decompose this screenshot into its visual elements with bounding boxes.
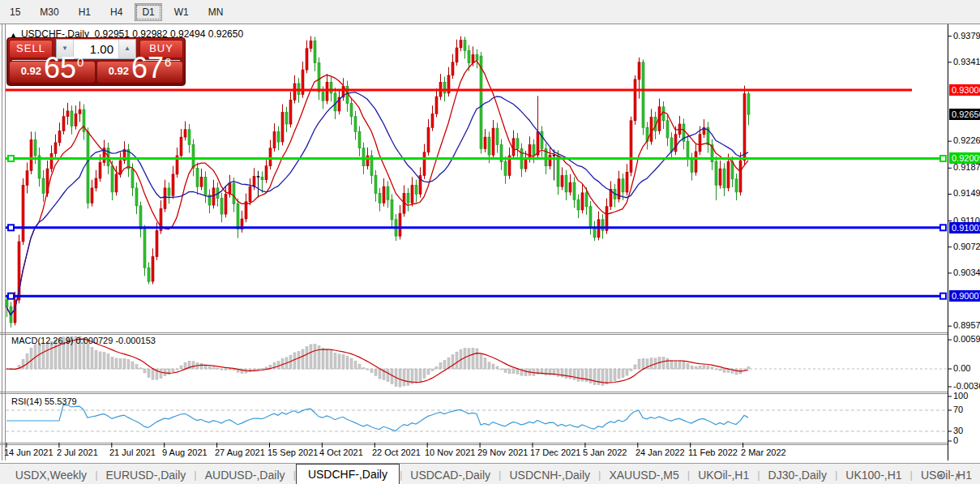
tab-scroll-left-icon[interactable]: ◄ xyxy=(936,471,955,479)
price-axis-label: 0.90340 xyxy=(953,268,980,277)
date-axis-label: 11 Feb 2022 xyxy=(688,448,738,457)
date-axis-label: 27 Aug 2021 xyxy=(215,448,265,457)
date-axis-label: 2 Jul 2021 xyxy=(57,448,98,457)
sell-price-big: 65 xyxy=(44,56,76,80)
symbol-tab-bar: USDX,Weekly|EURUSD-,Daily|AUDUSD-,Daily|… xyxy=(0,463,980,484)
date-axis-label: 24 Jan 2022 xyxy=(636,448,685,457)
timeframe-button-mn[interactable]: MN xyxy=(201,3,231,21)
price-axis-label: 0.91490 xyxy=(953,188,980,198)
tab-uk100-h1[interactable]: UK100-,H1 xyxy=(837,466,909,484)
tab-scroll-arrows: ◄► xyxy=(936,471,974,479)
rsi-panel xyxy=(6,405,947,431)
price-axis-label: 0.92260 xyxy=(953,135,980,145)
date-axis-label: 22 Oct 2021 xyxy=(372,448,421,457)
date-axis-label: 15 Sep 2021 xyxy=(267,448,318,457)
timeframe-button-m30[interactable]: M30 xyxy=(32,3,66,21)
timeframe-button-15[interactable]: 15 xyxy=(2,3,28,21)
timeframe-button-d1[interactable]: D1 xyxy=(135,3,161,21)
buy-price-display[interactable]: 0.92676 xyxy=(97,62,182,83)
sell-price-prefix: 0.92 xyxy=(21,65,41,77)
tab-audusd-daily[interactable]: AUDUSD-,Daily xyxy=(197,466,293,484)
buy-price-sup: 6 xyxy=(165,55,171,69)
date-axis-label: 2 Mar 2022 xyxy=(741,448,786,457)
trading-platform-window: 15M30H1H4D1W1MN ▲USDCHF-,Daily 0.92951 0… xyxy=(0,0,980,484)
sell-price-sup: 0 xyxy=(77,55,83,69)
price-axis-label: 0.93790 xyxy=(953,31,980,41)
tab-xauusd-m5[interactable]: XAUUSD-,M5 xyxy=(601,466,687,484)
timeframe-toolbar: 15M30H1H4D1W1MN xyxy=(0,0,980,24)
timeframe-button-w1[interactable]: W1 xyxy=(167,3,196,21)
rsi-axis-label: 30 xyxy=(953,426,963,435)
timeframe-button-h4[interactable]: H4 xyxy=(103,3,130,21)
price-badge: 0.90007 xyxy=(949,290,980,302)
tab-scroll-right-icon[interactable]: ► xyxy=(955,471,974,479)
date-axis-label: 4 Oct 2021 xyxy=(319,448,363,457)
tab-usdcnh-daily[interactable]: USDCNH-,Daily xyxy=(501,466,598,484)
date-axis-label: 29 Nov 2021 xyxy=(477,448,528,457)
macd-axis-label: 0.00 xyxy=(953,363,970,373)
tab-usdcad-daily[interactable]: USDCAD-,Daily xyxy=(402,466,499,484)
macd-axis-label: -0.00366 xyxy=(953,381,980,391)
rsi-axis-label: 100 xyxy=(953,391,968,400)
price-badge: 0.92650 xyxy=(949,109,980,120)
ma-slow-line xyxy=(6,92,748,315)
buy-price-big: 67 xyxy=(131,56,164,80)
buy-price-prefix: 0.92 xyxy=(109,65,129,77)
rsi-indicator-label: RSI(14) 55.5379 xyxy=(11,396,77,406)
price-badge: 0.93006 xyxy=(949,84,980,96)
date-axis-label: 9 Aug 2021 xyxy=(162,448,208,457)
sell-price-display[interactable]: 0.92650 xyxy=(10,62,95,83)
price-axis-label: 0.90720 xyxy=(953,242,980,251)
macd-axis-label: 0.005963 xyxy=(953,334,980,344)
price-axis-label: 0.89570 xyxy=(953,320,980,330)
timeframe-button-h1[interactable]: H1 xyxy=(71,3,98,21)
macd-indicator-label: MACD(12,26,9) 0.000729 -0.000153 xyxy=(11,336,156,345)
price-badge: 0.91002 xyxy=(949,222,980,233)
price-axis-label: 0.93410 xyxy=(953,57,980,66)
tab-ukoil-h1[interactable]: UKOil-,H1 xyxy=(690,466,757,484)
tab-eurusd-daily[interactable]: EURUSD-,Daily xyxy=(98,466,195,484)
tab-usdx-weekly[interactable]: USDX,Weekly xyxy=(7,466,95,484)
rsi-axis-label: 70 xyxy=(953,405,963,414)
date-axis-label: 5 Jan 2022 xyxy=(583,448,627,457)
one-click-trading-widget: SELL ▼ ▲ BUY 0.92650 0.92676 xyxy=(6,37,186,86)
date-axis-label: 10 Nov 2021 xyxy=(425,448,475,457)
date-axis-label: 17 Dec 2021 xyxy=(530,448,580,457)
price-badge: 0.92009 xyxy=(949,152,980,164)
rsi-axis-label: 0 xyxy=(953,435,958,445)
tab-dj30-daily[interactable]: DJ30-,Daily xyxy=(760,466,835,484)
tab-usdchf-daily[interactable]: USDCHF-,Daily xyxy=(296,464,400,484)
date-axis-label: 14 Jun 2021 xyxy=(4,448,53,457)
date-axis-label: 21 Jul 2021 xyxy=(109,448,156,457)
